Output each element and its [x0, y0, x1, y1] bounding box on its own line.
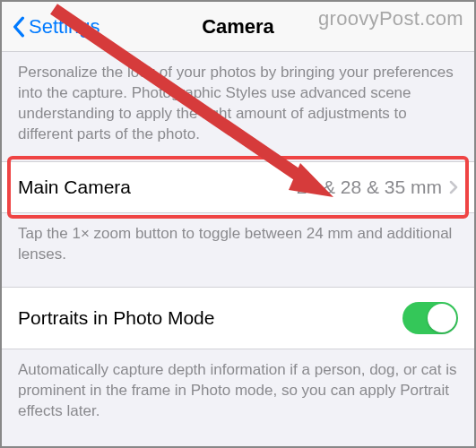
back-button[interactable]: Settings	[13, 15, 100, 39]
toggle-knob	[428, 304, 456, 332]
chevron-right-icon	[449, 180, 458, 194]
back-label: Settings	[29, 15, 100, 39]
portraits-toggle[interactable]	[402, 302, 458, 334]
main-camera-row[interactable]: Main Camera 24 & 28 & 35 mm	[2, 161, 474, 213]
main-camera-footer: Tap the 1× zoom button to toggle between…	[2, 213, 474, 281]
chevron-left-icon	[13, 16, 25, 38]
portraits-row: Portraits in Photo Mode	[2, 287, 474, 349]
main-camera-value: 24 & 28 & 35 mm	[297, 177, 458, 198]
watermark-text: groovyPost.com	[318, 7, 463, 30]
page-title: Camera	[202, 15, 274, 39]
section-description: Personalize the look of your photos by b…	[2, 52, 474, 161]
portraits-footer: Automatically capture depth information …	[2, 349, 474, 438]
main-camera-label: Main Camera	[18, 177, 131, 198]
portraits-label: Portraits in Photo Mode	[18, 307, 214, 329]
